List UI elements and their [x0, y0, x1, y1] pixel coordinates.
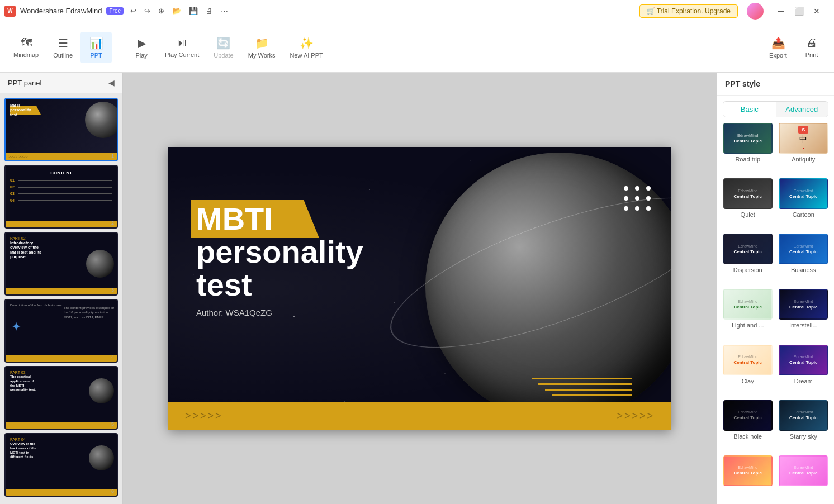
new-ai-ppt-icon: ✨	[300, 36, 314, 50]
style-card-cartoon[interactable]: EdrawMind Central Topic Cartoon	[779, 178, 829, 228]
style-card-interstell[interactable]: EdrawMind Central Topic Interstell...	[779, 289, 829, 339]
style-thumb-black-hole: EdrawMind Central Topic	[723, 400, 773, 431]
style-label-starry-sky: Starry sky	[790, 433, 817, 440]
slide-title: MBTI personality test Author: WSA1QeZG	[196, 203, 363, 317]
style-card-starry-sky[interactable]: EdrawMind Central Topic Starry sky	[779, 400, 829, 450]
slide-num-6: 6	[111, 488, 114, 494]
style-label-dream: Dream	[794, 378, 813, 384]
style-label-interstell: Interstell...	[789, 322, 818, 329]
new-ai-ppt-button[interactable]: ✨ New AI PPT	[283, 32, 329, 63]
slide-num-1: 1	[111, 153, 114, 159]
style-thumb-preset-14: EdrawMind Central Topic	[779, 455, 828, 486]
print-icon: 🖨	[806, 36, 817, 49]
style-card-quiet[interactable]: EdrawMind Central Topic Quiet	[723, 178, 773, 228]
export-button[interactable]: 📤 Export	[762, 32, 794, 63]
toolbar: 🗺 Mindmap ☰ Outline 📊 PPT ▶ Play ⏯ Play …	[0, 22, 834, 73]
style-tabs: Basic Advanced	[723, 101, 828, 117]
arrows-right: >>>>>	[617, 410, 655, 422]
collapse-button[interactable]: ◀	[108, 78, 115, 87]
ppt-button[interactable]: 📊 PPT	[80, 32, 112, 63]
style-card-light-and[interactable]: EdrawMind Central Topic Light and ...	[723, 289, 773, 339]
ppt-label: PPT	[90, 52, 102, 59]
slide-thumb-3[interactable]: PART 02 Introductoryoverview of theMBTI …	[4, 232, 118, 296]
style-thumb-starry-sky: EdrawMind Central Topic	[779, 400, 828, 431]
style-label-light-and: Light and ...	[732, 322, 764, 329]
style-thumb-antiquity: S 中 •	[779, 123, 828, 154]
redo-button[interactable]: ↪	[142, 6, 153, 16]
title-bar-controls: ↩ ↪ ⊕ 📂 💾 🖨 ⋯	[128, 6, 230, 16]
slide-thumb-1[interactable]: MBTIpersonalitytest >>>> >>>> 1	[4, 98, 118, 161]
style-thumb-dream: EdrawMind Central Topic	[779, 345, 828, 375]
play-button[interactable]: ▶ Play	[126, 32, 157, 63]
view-toolbar-group: 🗺 Mindmap ☰ Outline 📊 PPT	[7, 32, 112, 63]
style-card-antiquity[interactable]: S 中 • Antiquity	[779, 123, 829, 173]
play-label: Play	[135, 52, 147, 59]
toolbar-right: 📤 Export 🖨 Print	[762, 32, 827, 63]
window-controls: ─ ⬜ ✕	[768, 0, 830, 24]
outline-label: Outline	[53, 52, 73, 59]
center-canvas: MBTI personality test Author: WSA1QeZG >…	[123, 73, 717, 504]
slide-thumb-4[interactable]: Description of the four dichotomies... ✦…	[4, 299, 118, 363]
play-current-icon: ⏯	[177, 36, 188, 49]
style-thumb-quiet: EdrawMind Central Topic	[723, 178, 773, 209]
export-label: Export	[769, 52, 787, 59]
main-content: PPT panel ◀ MBTIpersonalitytest >>>> >>>…	[0, 73, 834, 504]
slide-thumb-5[interactable]: PART 03 The practicalapplications ofthe …	[4, 366, 118, 430]
panel-title: PPT panel	[8, 79, 41, 87]
style-card-black-hole[interactable]: EdrawMind Central Topic Black hole	[723, 400, 773, 450]
app-badge: Free	[106, 7, 124, 15]
minimize-button[interactable]: ─	[773, 3, 789, 20]
save-button[interactable]: 💾	[187, 6, 200, 16]
update-button[interactable]: 🔄 Update	[207, 32, 240, 63]
style-card-business[interactable]: EdrawMind Central Topic Business	[779, 234, 829, 283]
slide-author: Author: WSA1QeZG	[196, 308, 363, 317]
slide-canvas: MBTI personality test Author: WSA1QeZG >…	[168, 147, 671, 430]
style-thumb-interstell: EdrawMind Central Topic	[779, 289, 828, 320]
open-button[interactable]: 📂	[170, 6, 183, 16]
style-card-clay[interactable]: EdrawMind Central Topic Clay	[723, 345, 773, 394]
style-label-cartoon: Cartoon	[793, 211, 814, 218]
style-label-black-hole: Black hole	[733, 433, 762, 440]
right-panel: PPT style Basic Advanced EdrawMind Centr…	[717, 73, 834, 504]
update-icon: 🔄	[216, 36, 230, 50]
style-card-preset-14[interactable]: EdrawMind Central Topic	[779, 455, 829, 498]
dots-grid	[624, 186, 652, 211]
style-thumb-preset-13: EdrawMind Central Topic	[723, 455, 773, 486]
print-button[interactable]: 🖨 Print	[796, 32, 827, 63]
trial-banner[interactable]: 🛒 Trial Expiration. Upgrade	[639, 4, 738, 18]
outline-button[interactable]: ☰ Outline	[46, 32, 79, 63]
slide-title-text: MBTI personality test	[196, 203, 363, 301]
left-panel: PPT panel ◀ MBTIpersonalitytest >>>> >>>…	[0, 73, 123, 504]
title-bar: W Wondershare EdrawMind Free ↩ ↪ ⊕ 📂 💾 🖨…	[0, 0, 834, 22]
new-button[interactable]: ⊕	[156, 6, 167, 16]
slide-thumb-2[interactable]: CONTENT 01 02 03 04 2	[4, 165, 118, 229]
slide-bottom-bar: >>>>> >>>>>	[168, 402, 671, 430]
style-card-road-trip[interactable]: EdrawMind Central Topic Road trip	[723, 123, 773, 173]
my-works-icon: 📁	[255, 36, 269, 50]
maximize-button[interactable]: ⬜	[790, 3, 807, 20]
play-current-button[interactable]: ⏯ Play Current	[158, 32, 206, 63]
diagonal-lines	[532, 378, 632, 396]
my-works-button[interactable]: 📁 My Works	[241, 32, 282, 63]
style-card-dispersion[interactable]: EdrawMind Central Topic Dispersion	[723, 234, 773, 283]
user-avatar[interactable]	[747, 3, 764, 20]
style-label-quiet: Quiet	[741, 211, 755, 218]
export-icon: 📤	[771, 36, 785, 50]
slide-thumb-6[interactable]: PART 04 Overview of theback uses of theM…	[4, 433, 118, 497]
close-button[interactable]: ✕	[808, 3, 825, 20]
undo-button[interactable]: ↩	[128, 6, 139, 16]
style-label-dispersion: Dispersion	[733, 267, 762, 273]
style-thumb-road-trip: EdrawMind Central Topic	[723, 123, 773, 154]
mindmap-button[interactable]: 🗺 Mindmap	[7, 32, 45, 63]
slide-list: MBTIpersonalitytest >>>> >>>> 1 CONTENT …	[0, 93, 122, 504]
new-ai-ppt-label: New AI PPT	[290, 52, 323, 59]
tab-advanced[interactable]: Advanced	[776, 102, 828, 117]
style-card-dream[interactable]: EdrawMind Central Topic Dream	[779, 345, 829, 394]
more-button[interactable]: ⋯	[219, 6, 230, 16]
print-button-small[interactable]: 🖨	[203, 6, 215, 16]
tab-basic[interactable]: Basic	[723, 102, 776, 117]
play-current-label: Play Current	[165, 51, 199, 58]
style-thumb-light-and: EdrawMind Central Topic	[723, 289, 773, 320]
separator-1	[119, 34, 119, 61]
style-card-preset-13[interactable]: EdrawMind Central Topic	[723, 455, 773, 498]
